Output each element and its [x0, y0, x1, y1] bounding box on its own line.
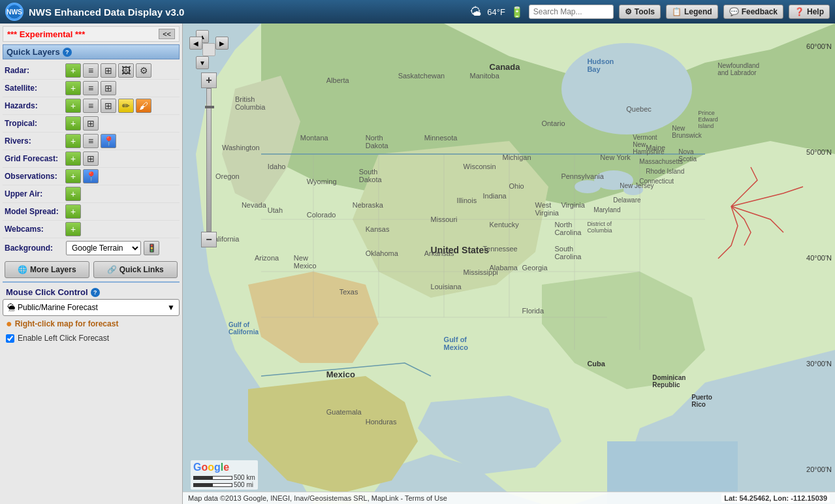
bottom-buttons: 🌐 More Layers 🔗 Quick Links — [3, 258, 180, 281]
hazards-list-btn[interactable]: ≡ — [83, 99, 99, 113]
more-layers-button[interactable]: 🌐 More Layers — [5, 261, 89, 278]
rivers-list-btn[interactable]: ≡ — [83, 134, 99, 148]
main-layout: *** Experimental *** << Quick Layers ? R… — [0, 24, 835, 504]
nav-center — [202, 43, 215, 56]
layer-row-observations: Observations: + 📍 — [3, 168, 180, 185]
map-area[interactable]: Canada United States Mexico HudsonBay Cu… — [183, 24, 835, 504]
satellite-label: Satellite: — [5, 84, 63, 93]
nav-right-button[interactable]: ▶ — [215, 37, 228, 50]
grid-forecast-label: Grid Forecast: — [5, 154, 63, 163]
grid-forecast-split-btn[interactable]: ⊞ — [83, 151, 99, 166]
model-spread-add-btn[interactable]: + — [65, 204, 81, 219]
mouse-help-icon[interactable]: ? — [91, 288, 100, 297]
background-row: Background: Google Terrain Google Street… — [3, 238, 180, 258]
nws-logo: NWS — [5, 3, 24, 21]
google-logo: G — [193, 462, 201, 473]
search-input[interactable] — [529, 5, 614, 19]
forecast-type-icon: 🌦 — [7, 303, 15, 312]
grid-forecast-add-btn[interactable]: + — [65, 151, 81, 166]
rivers-label: Rivers: — [5, 136, 63, 146]
copyright-text: Map data ©2013 Google, INEGI, Inav/Geosi… — [188, 494, 447, 502]
radar-list-btn[interactable]: ≡ — [83, 63, 99, 78]
collapse-button[interactable]: << — [159, 29, 175, 39]
hazards-split-btn[interactable]: ⊞ — [101, 99, 116, 113]
nav-left-button[interactable]: ◀ — [189, 37, 202, 50]
scale-bar: 500 km 500 mi — [193, 474, 255, 488]
satellite-split-btn[interactable]: ⊞ — [101, 81, 116, 95]
layer-row-tropical: Tropical: + ⊞ — [3, 115, 180, 133]
tropical-add-btn[interactable]: + — [65, 116, 81, 131]
radar-settings-btn[interactable]: ⚙ — [136, 63, 151, 78]
webcams-label: Webcams: — [5, 225, 63, 234]
observations-label: Observations: — [5, 172, 63, 181]
right-click-info: ● Right-click map for forecast — [3, 316, 180, 332]
left-click-forecast-checkbox[interactable] — [6, 334, 14, 343]
mouse-click-header: Mouse Click Control ? — [3, 285, 180, 299]
background-road-btn[interactable]: 🚦 — [144, 241, 159, 255]
zoom-bar[interactable] — [206, 88, 212, 232]
quick-layers-header: Quick Layers ? — [3, 44, 180, 59]
quick-links-icon: 🔗 — [107, 265, 117, 274]
hazards-add-btn[interactable]: + — [65, 99, 81, 113]
observations-add-btn[interactable]: + — [65, 169, 81, 183]
radar-label: Radar: — [5, 66, 63, 75]
quick-links-button[interactable]: 🔗 Quick Links — [93, 261, 178, 278]
weather-icon: 🌤 — [470, 5, 482, 19]
left-click-forecast-row: Enable Left Click Forecast — [3, 332, 180, 345]
tools-button[interactable]: ⚙ Tools — [619, 5, 661, 19]
rivers-marker-btn[interactable]: 📍 — [101, 134, 116, 148]
layer-row-upper-air: Upper Air: + — [3, 185, 180, 203]
sidebar: *** Experimental *** << Quick Layers ? R… — [0, 24, 183, 504]
legend-button[interactable]: 📋 Legend — [666, 5, 718, 19]
zoom-handle[interactable] — [205, 106, 214, 108]
webcams-add-btn[interactable]: + — [65, 222, 81, 236]
app-title: NWS Enhanced Data Display v3.0 — [29, 7, 465, 18]
right-click-bullet: ● — [6, 318, 12, 330]
map-navigation: ▲ ◀ ▶ ▼ + − — [189, 30, 228, 247]
experimental-bar: *** Experimental *** << — [3, 26, 180, 42]
help-button[interactable]: ❓ Help — [789, 5, 830, 19]
upper-air-add-btn[interactable]: + — [65, 187, 81, 201]
tropical-label: Tropical: — [5, 119, 63, 128]
mouse-click-section: Mouse Click Control ? 🌦 Public/Marine Fo… — [3, 281, 180, 345]
radar-image-btn[interactable]: 🖼 — [118, 63, 134, 78]
zoom-in-button[interactable]: + — [201, 72, 217, 88]
coords-display: Lat: 54.25462, Lon: -112.15039 — [721, 494, 830, 503]
layer-row-webcams: Webcams: + — [3, 221, 180, 238]
tropical-split-btn[interactable]: ⊞ — [83, 116, 99, 131]
battery-icon: 🔋 — [511, 6, 524, 18]
svg-point-3 — [561, 43, 692, 134]
background-select[interactable]: Google Terrain Google Streets Google Sat… — [66, 241, 141, 255]
zoom-out-button[interactable]: − — [201, 232, 217, 247]
legend-icon: 📋 — [672, 7, 682, 16]
hazards-label: Hazards: — [5, 101, 63, 110]
satellite-add-btn[interactable]: + — [65, 81, 81, 95]
feedback-button[interactable]: 💬 Feedback — [723, 5, 783, 19]
map-bottom-bar: Map data ©2013 Google, INEGI, Inav/Geosi… — [183, 492, 835, 504]
feedback-icon: 💬 — [729, 7, 739, 16]
layer-row-satellite: Satellite: + ≡ ⊞ — [3, 80, 180, 97]
scale-area: Google 500 km 500 mi — [191, 460, 258, 490]
forecast-type-dropdown[interactable]: 🌦 Public/Marine Forecast ▼ — [3, 299, 180, 316]
observations-marker-btn[interactable]: 📍 — [83, 169, 99, 183]
nav-down-button[interactable]: ▼ — [196, 56, 209, 69]
header: NWS NWS Enhanced Data Display v3.0 🌤 64°… — [0, 0, 835, 24]
satellite-list-btn[interactable]: ≡ — [83, 81, 99, 95]
layer-row-radar: Radar: + ≡ ⊞ 🖼 ⚙ — [3, 62, 180, 80]
radar-add-btn[interactable]: + — [65, 63, 81, 78]
quick-layers-help-icon[interactable]: ? — [63, 48, 72, 57]
hazards-brush-btn[interactable]: 🖌 — [136, 99, 151, 113]
layer-row-model-spread: Model Spread: + — [3, 203, 180, 221]
experimental-label: *** Experimental *** — [7, 29, 85, 39]
model-spread-label: Model Spread: — [5, 207, 63, 216]
left-click-forecast-label: Enable Left Click Forecast — [18, 334, 109, 343]
help-icon: ❓ — [795, 7, 804, 16]
radar-split-btn[interactable]: ⊞ — [101, 63, 116, 78]
quick-layers-label: Quick Layers — [7, 47, 60, 57]
more-layers-icon: 🌐 — [18, 265, 27, 274]
layer-row-hazards: Hazards: + ≡ ⊞ ✏ 🖌 — [3, 97, 180, 115]
svg-text:NWS: NWS — [7, 8, 22, 16]
svg-point-5 — [575, 180, 601, 193]
hazards-edit-btn[interactable]: ✏ — [118, 99, 134, 113]
rivers-add-btn[interactable]: + — [65, 134, 81, 148]
